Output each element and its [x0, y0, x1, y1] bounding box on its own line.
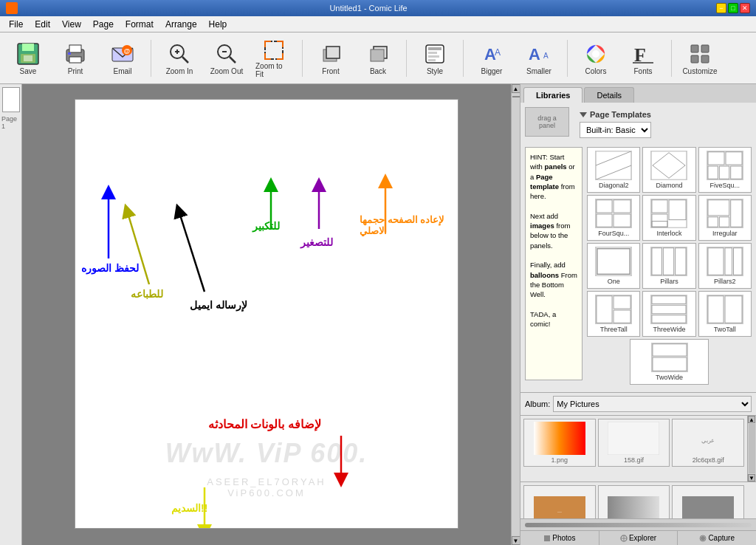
album-dropdown[interactable]: My Pictures [553, 396, 752, 412]
photo-row2-2[interactable] [598, 485, 670, 518]
template-irregular[interactable]: Irregular [698, 195, 752, 241]
tab-photos[interactable]: Photos [520, 531, 599, 545]
template-twotall[interactable]: TwoTall [698, 291, 752, 337]
template-pillars[interactable]: Pillars [642, 243, 695, 289]
menu-page[interactable]: Page [87, 18, 120, 31]
back-label: Back [370, 67, 386, 75]
svg-rect-6 [69, 57, 81, 63]
front-label: Front [322, 67, 339, 75]
photos-scroll-down[interactable]: ▼ [748, 474, 755, 481]
sep2 [302, 40, 303, 77]
template-label-one: One [608, 278, 620, 285]
canvas-scrollbar[interactable]: ▲ ▼ [511, 84, 520, 545]
page-label: Page 1 [1, 115, 20, 130]
menu-format[interactable]: Format [120, 18, 159, 31]
top-row: drag a panel Page Templates Built-in: Ba… [525, 107, 752, 143]
template-label-diagonal2: Diagonal2 [599, 182, 629, 189]
svg-rect-82 [596, 247, 631, 275]
template-twowide[interactable]: TwoWide [630, 339, 709, 385]
window-controls: − □ ✕ [716, 3, 750, 13]
pages-sidebar: Page 1 [0, 84, 22, 545]
zoom-fit-button[interactable]: Zoom to Fit [252, 37, 296, 80]
svg-rect-107 [608, 422, 659, 455]
template-diagonal2[interactable]: Diagonal2 [587, 147, 640, 193]
save-button[interactable]: Save [6, 37, 50, 80]
template-preview-interlock [650, 199, 687, 228]
title-bar: Untitled1 - Comic Life − □ ✕ [0, 0, 756, 16]
svg-text:A: A [543, 52, 549, 60]
templates-grid: Diagonal2 Diamond [587, 147, 752, 337]
svg-rect-113 [682, 496, 734, 518]
canvas-scroll-area[interactable]: WwW. ViP 600. ASEER_EL7ORYAHViP600.COM ل… [22, 84, 511, 545]
menu-edit[interactable]: Edit [29, 18, 56, 31]
customize-button[interactable]: Customize [678, 37, 722, 80]
arrow-zoomout [304, 174, 348, 233]
template-threetall[interactable]: ThreeTall [587, 291, 640, 337]
svg-rect-114 [544, 535, 550, 541]
template-label-diamond: Diamond [656, 182, 682, 189]
back-icon [365, 41, 391, 67]
template-preview-diamond [650, 151, 687, 180]
template-interlock[interactable]: Interlock [642, 195, 695, 241]
menu-arrange[interactable]: Arrange [159, 18, 203, 31]
svg-text:A: A [529, 45, 540, 64]
svg-rect-1 [22, 44, 34, 51]
colors-button[interactable]: Colors [574, 37, 618, 80]
page-thumbnail[interactable] [2, 87, 20, 112]
tab-details[interactable]: Details [584, 87, 634, 103]
smaller-button[interactable]: A A Smaller [517, 37, 561, 80]
builtin-dropdown[interactable]: Built-in: Basic [580, 122, 651, 138]
photo-arabic[interactable]: عربي 2lc6qx8.gif [672, 419, 744, 467]
window-title: Untitled1 - Comic Life [21, 4, 716, 13]
menu-view[interactable]: View [56, 18, 87, 31]
minimize-button[interactable]: − [716, 3, 726, 13]
template-threewide[interactable]: ThreeWide [642, 291, 695, 337]
template-diamond[interactable]: Diamond [642, 147, 695, 193]
tab-libraries[interactable]: Libraries [523, 87, 583, 103]
scroll-up-button[interactable]: ▲ [512, 84, 520, 93]
zoom-in-button[interactable]: Zoom In [157, 37, 202, 80]
close-button[interactable]: ✕ [740, 3, 750, 13]
menu-help[interactable]: Help [203, 18, 233, 31]
template-fivesq[interactable]: FiveSqu... [698, 147, 752, 193]
template-one[interactable]: One [587, 243, 640, 289]
tab-explorer[interactable]: Explorer [599, 531, 678, 545]
email-button[interactable]: @ Email [100, 37, 145, 80]
annotation-email: لإرساله ايميل [190, 299, 247, 311]
template-label-interlock: Interlock [656, 230, 681, 237]
style-button[interactable]: Style [413, 37, 457, 80]
tab-capture[interactable]: Capture [678, 531, 756, 545]
fonts-button[interactable]: F Fonts [621, 37, 665, 80]
photo-row2-3[interactable] [672, 485, 744, 518]
menu-file[interactable]: File [3, 18, 29, 31]
svg-rect-61 [707, 151, 743, 179]
svg-rect-106 [534, 422, 585, 455]
photo-1png[interactable]: 1.png [523, 419, 596, 467]
photo-arabic-label: 2lc6qx8.gif [693, 456, 724, 464]
templates-area: Diagonal2 Diamond [587, 147, 752, 385]
photos-grid: 1.png 158.gif عربي 2lc6qx8.gif [520, 416, 747, 481]
canvas-page[interactable]: WwW. ViP 600. ASEER_EL7ORYAHViP600.COM ل… [75, 99, 458, 529]
sep4 [463, 40, 464, 77]
zoom-in-icon [166, 41, 193, 67]
main-area: Page 1 WwW. ViP 600. ASEER_EL7ORYAHViP60… [0, 84, 756, 545]
photos-scrollbar[interactable]: ▲ ▼ [747, 416, 756, 481]
svg-rect-20 [326, 47, 340, 58]
photos-scroll-up[interactable]: ▲ [748, 416, 755, 423]
photo-slider[interactable] [525, 523, 752, 527]
fonts-label: Fonts [633, 67, 652, 75]
template-pillars2[interactable]: Pillars2 [698, 243, 752, 289]
bigger-button[interactable]: A A Bigger [470, 37, 514, 80]
front-button[interactable]: Front [309, 37, 353, 80]
zoom-out-button[interactable]: Zoom Out [205, 37, 249, 80]
back-button[interactable]: Back [356, 37, 400, 80]
maximize-button[interactable]: □ [728, 3, 738, 13]
print-button[interactable]: Print [53, 37, 97, 80]
drag-panel[interactable]: drag a panel [525, 107, 569, 137]
photo-158gif[interactable]: 158.gif [598, 419, 670, 467]
scroll-down-button[interactable]: ▼ [512, 536, 520, 545]
photos-scroll-thumb[interactable] [749, 424, 755, 473]
scroll-thumb[interactable] [512, 96, 520, 97]
photo-row2-1[interactable]: ... [523, 485, 596, 518]
template-foursq[interactable]: FourSqu... [587, 195, 640, 241]
